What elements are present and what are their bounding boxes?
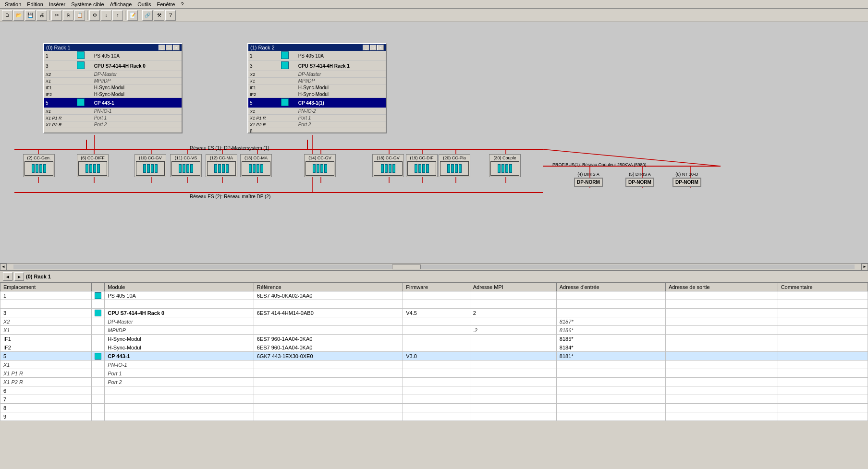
dp-norm-6: DP-NORM bbox=[672, 178, 701, 187]
cell-fw-6 bbox=[403, 343, 470, 352]
table-row-7[interactable]: 5CP 443-16GK7 443-1EX30-0XE0V3.08181* bbox=[0, 352, 868, 361]
rack1-minimize[interactable]: _ bbox=[159, 45, 165, 50]
rack1-close[interactable]: × bbox=[173, 45, 180, 50]
table-row-4[interactable]: X1MPI/DP.28186* bbox=[0, 326, 868, 335]
rack1-row-1[interactable]: 1 PS 405 10A bbox=[44, 51, 182, 61]
device-cc-gv10[interactable]: (10) CC-GV bbox=[134, 154, 166, 177]
network-button[interactable]: 🔗 bbox=[142, 10, 153, 21]
table-row-13[interactable]: 8 bbox=[0, 404, 868, 412]
rack1-row-3[interactable]: 3 CPU S7-414-4H Rack 0 bbox=[44, 61, 182, 71]
device-diris-a5[interactable]: (5) DIRIS A DP-NORM bbox=[625, 172, 654, 187]
table-row-2[interactable]: 3CPU S7-414-4H Rack 06ES7 414-4HM14-0AB0… bbox=[0, 309, 868, 317]
menu-inserer[interactable]: Insérer bbox=[46, 0, 68, 8]
rack1-row-if2[interactable]: IF2 H-Sync-Modul bbox=[44, 91, 182, 98]
table-row-8[interactable]: X1PN-IO-1 bbox=[0, 361, 868, 369]
device-cc-ma12[interactable]: (12) CC-MA bbox=[206, 154, 237, 177]
device-couple30[interactable]: (30) Couple bbox=[489, 154, 521, 177]
rack1-row-port2[interactable]: X1 P2 R Port 2 bbox=[44, 121, 182, 128]
main-area: (0) Rack 1 _ □ × 1 PS 405 10A 3 bbox=[0, 22, 868, 469]
rack2-row-x1[interactable]: X1 MPI/DP bbox=[248, 78, 386, 84]
table-row-10[interactable]: X1 P2 RPort 2 bbox=[0, 378, 868, 386]
rack2-row-x1-pnio[interactable]: X1 PN-IO-2 bbox=[248, 108, 386, 115]
download-button[interactable]: ↓ bbox=[101, 10, 111, 21]
device-cc-dif19[interactable]: (19) CC-DIF bbox=[406, 154, 438, 177]
rack2-row-if2[interactable]: IF2 H-Sync-Modul bbox=[248, 91, 386, 98]
table-row-9[interactable]: X1 P1 RPort 1 bbox=[0, 369, 868, 378]
device-cc-diff[interactable]: (6) CC-DIFF bbox=[77, 154, 109, 177]
bottom-table-container[interactable]: Emplacement Module Référence Firmware Ad… bbox=[0, 283, 868, 469]
rack1-row-x1[interactable]: X1 MPI/DP bbox=[44, 78, 182, 84]
canvas-scrollbar-h[interactable]: ◄ ► bbox=[0, 263, 868, 270]
device-diris-a4[interactable]: (4) DIRIS A DP-NORM bbox=[574, 172, 603, 187]
menu-affichage[interactable]: Affichage bbox=[107, 0, 135, 8]
copy-button[interactable]: ⎘ bbox=[63, 10, 73, 21]
open-button[interactable]: 📂 bbox=[13, 10, 24, 21]
cell-icon-6 bbox=[92, 343, 105, 352]
rack2-window[interactable]: (1) Rack 2 _ □ × 1 PS 405 10A 3 bbox=[247, 43, 387, 133]
scroll-right-btn[interactable]: ► bbox=[861, 264, 868, 270]
device-nt30d6[interactable]: (6) NT 30-D DP-NORM bbox=[672, 172, 701, 187]
rack2-row-x2[interactable]: X2 DP-Master bbox=[248, 71, 386, 78]
table-row-3[interactable]: X2DP-Master8187* bbox=[0, 317, 868, 326]
rack1-window[interactable]: (0) Rack 1 _ □ × 1 PS 405 10A 3 bbox=[43, 43, 183, 133]
nav-fwd-btn[interactable]: ► bbox=[14, 272, 24, 281]
table-row-1[interactable] bbox=[0, 300, 868, 309]
device-cc-gv14[interactable]: (14) CC-GV bbox=[304, 154, 336, 177]
cell-in-9 bbox=[556, 369, 665, 378]
menu-outils[interactable]: Outils bbox=[134, 0, 154, 8]
nav-back-btn[interactable]: ◄ bbox=[3, 272, 12, 281]
device-cc-ma13[interactable]: (13) CC-MA bbox=[240, 154, 272, 177]
rack2-row-3[interactable]: 3 CPU S7-414-4H Rack 1 bbox=[248, 61, 386, 71]
upload-button[interactable]: ↑ bbox=[112, 10, 123, 21]
rack1-row-x2[interactable]: X2 DP-Master bbox=[44, 71, 182, 78]
rack1-scroll[interactable]: 1 PS 405 10A 3 CPU S7-414-4H Rack 0 X2 D… bbox=[44, 51, 182, 132]
rack2-row-port2[interactable]: X1 P2 R Port 2 bbox=[248, 121, 386, 128]
rack2-close[interactable]: × bbox=[377, 45, 384, 50]
rack1-row-5[interactable]: 5 CP 443-1 bbox=[44, 98, 182, 108]
rack2-minimize[interactable]: _ bbox=[363, 45, 369, 50]
scroll-track-h[interactable] bbox=[13, 265, 855, 269]
menu-help[interactable]: ? bbox=[178, 0, 186, 8]
rack1-row-x1-pnio[interactable]: X1 PN-IO-1 bbox=[44, 108, 182, 115]
table-row-5[interactable]: IF1H-Sync-Modul6ES7 960-1AA04-0KA08185* bbox=[0, 335, 868, 343]
table-row-6[interactable]: IF2H-Sync-Modul6ES7 960-1AA04-0KA08184* bbox=[0, 343, 868, 352]
help-button[interactable]: ? bbox=[165, 10, 176, 21]
rack2-maximize[interactable]: □ bbox=[370, 45, 377, 50]
table-row-0[interactable]: 1PS 405 10A6ES7 405-0KA02-0AA0 bbox=[0, 291, 868, 300]
device-cc-gv18[interactable]: (18) CC-GV bbox=[372, 154, 404, 177]
cell-comment-10 bbox=[778, 378, 868, 386]
table-row-14[interactable]: 9 bbox=[0, 412, 868, 421]
device-cc-vs11[interactable]: (11) CC-VS bbox=[170, 154, 202, 177]
config-button[interactable]: ⚒ bbox=[154, 10, 164, 21]
rack1-row-if1[interactable]: IF1 H-Sync-Modul bbox=[44, 84, 182, 91]
compile-button[interactable]: ⚙ bbox=[89, 10, 100, 21]
paste-button[interactable]: 📋 bbox=[74, 10, 85, 21]
menu-edition[interactable]: Edition bbox=[24, 0, 46, 8]
menu-fenetre[interactable]: Fenêtre bbox=[154, 0, 178, 8]
rack2-row-port1[interactable]: X1 P1 R Port 1 bbox=[248, 115, 386, 121]
rack2-row-5[interactable]: 5 CP 443-1(1) bbox=[248, 98, 386, 108]
menu-station[interactable]: Station bbox=[2, 0, 24, 8]
new-button[interactable]: 🗋 bbox=[2, 10, 12, 21]
menu-systeme-cible[interactable]: Système cible bbox=[68, 0, 107, 8]
rack1-maximize[interactable]: □ bbox=[166, 45, 172, 50]
rack2-scroll[interactable]: 1 PS 405 10A 3 CPU S7-414-4H Rack 1 X2 D… bbox=[248, 51, 386, 132]
print-button[interactable]: 🖨 bbox=[37, 10, 47, 21]
rack2-row-6[interactable]: 6 bbox=[248, 128, 386, 133]
rack2-row-if1[interactable]: IF1 H-Sync-Modul bbox=[248, 84, 386, 91]
canvas-area[interactable]: (0) Rack 1 _ □ × 1 PS 405 10A 3 bbox=[0, 22, 868, 270]
device-cc-pla20[interactable]: (20) CC-Pla bbox=[439, 154, 470, 177]
toolbar-sep-4 bbox=[140, 11, 140, 20]
table-row-12[interactable]: 7 bbox=[0, 395, 868, 404]
save-button[interactable]: 💾 bbox=[25, 10, 36, 21]
device-cc-gen[interactable]: (2) CC-Gen. bbox=[23, 154, 55, 177]
table-row-11[interactable]: 6 bbox=[0, 386, 868, 395]
rack2-row-1[interactable]: 1 PS 405 10A bbox=[248, 51, 386, 61]
rack1-row-port1[interactable]: X1 P1 R Port 1 bbox=[44, 115, 182, 121]
scroll-left-btn[interactable]: ◄ bbox=[0, 264, 7, 270]
scroll-thumb-h[interactable] bbox=[392, 265, 421, 269]
cut-button[interactable]: ✂ bbox=[51, 10, 62, 21]
cell-name-2: CPU S7-414-4H Rack 0 bbox=[105, 309, 254, 317]
properties-button[interactable]: 📝 bbox=[127, 10, 138, 21]
dp-norm-5: DP-NORM bbox=[625, 178, 654, 187]
